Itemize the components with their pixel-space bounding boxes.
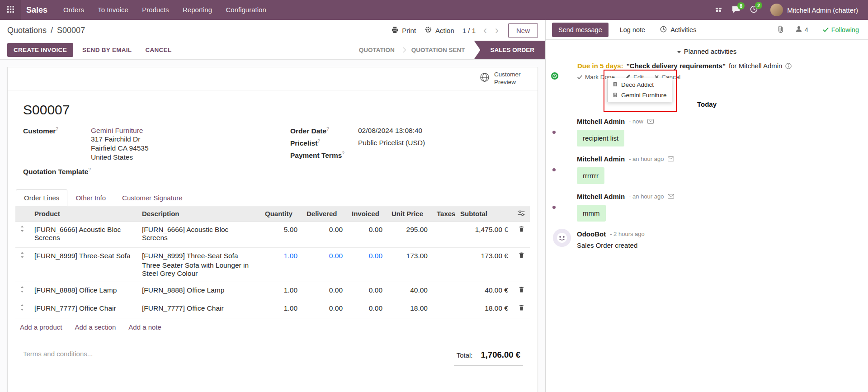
order-date-value[interactable]: 02/08/2024 13:08:40 [358,127,522,135]
planned-activities-toggle[interactable]: Planned activities [546,47,868,55]
cell-quantity[interactable]: 1.00 [260,300,302,318]
pager-previous-icon[interactable]: ‹ [483,25,487,36]
user-avatar [770,4,783,16]
user-menu[interactable]: Mitchell Admin (chatter) [768,3,861,17]
messages-systray-button[interactable]: 8 [732,6,740,14]
quotation-template-value[interactable] [91,167,274,176]
nav-menu-orders[interactable]: Orders [57,0,90,20]
cell-invoiced[interactable]: 0.00 [347,282,387,300]
cell-subtotal: 1,475.00 € [456,221,513,247]
pager-next-icon[interactable]: › [495,25,499,36]
add-note-link[interactable]: Add a note [128,323,161,331]
followers-button[interactable]: 4 [793,25,811,34]
breadcrumb-quotations-link[interactable]: Quotations [7,26,47,35]
cell-quantity[interactable]: 5.00 [260,221,302,247]
cell-unit-price[interactable]: 295.00 [387,221,432,247]
cell-description[interactable]: [FURN_8888] Office Lamp [137,282,260,300]
drag-handle-icon[interactable] [20,252,24,258]
dropdown-option-deco-addict[interactable]: Deco Addict [608,80,672,90]
log-note-button[interactable]: Log note [613,23,652,37]
tab-customer-signature[interactable]: Customer Signature [114,189,190,206]
optional-columns-icon[interactable] [518,210,525,216]
customer-preview-button[interactable]: Customer Preview [477,71,528,87]
cell-unit-price[interactable]: 18.00 [387,300,432,318]
page-title: S00007 [23,102,522,118]
cell-description[interactable]: [FURN_8999] Three-Seat SofaThree Seater … [137,247,260,282]
app-name[interactable]: Sales [26,5,47,15]
cell-taxes[interactable] [432,282,456,300]
cell-delivered[interactable]: 0.00 [302,247,347,282]
stage-quotation[interactable]: QUOTATION [350,41,404,59]
drag-handle-icon[interactable] [20,226,24,232]
message-item: Mitchell Admin - an hour ago rrrrrrr [546,149,868,187]
create-invoice-button[interactable]: CREATE INVOICE [7,43,73,57]
cell-taxes[interactable] [432,300,456,318]
field-help-marker: ? [342,151,344,156]
add-section-link[interactable]: Add a section [75,323,116,331]
order-date-label: Order Date? [290,127,358,135]
optional-columns-header [513,206,530,222]
terms-placeholder[interactable]: Terms and conditions... [16,350,93,358]
cell-delivered[interactable]: 0.00 [302,300,347,318]
info-icon[interactable] [785,63,792,69]
cell-unit-price[interactable]: 173.00 [387,247,432,282]
cell-description[interactable]: [FURN_6666] Acoustic Bloc Screens [137,221,260,247]
stage-sales-order[interactable]: SALES ORDER [474,41,545,59]
envelope-icon[interactable] [668,194,674,199]
drag-handle-icon[interactable] [20,304,24,311]
cell-product[interactable]: [FURN_7777] Office Chair [30,300,137,318]
tab-order-lines[interactable]: Order Lines [16,189,67,206]
send-by-email-button[interactable]: SEND BY EMAIL [78,43,136,57]
cell-product[interactable]: [FURN_8999] Three-Seat Sofa [30,247,137,282]
delete-row-icon[interactable] [519,226,524,232]
field-help-marker: ? [56,127,58,132]
following-button[interactable]: Following [820,26,862,34]
customer-value: Gemini Furniture 317 Fairchild Dr Fairfi… [91,127,274,162]
payment-terms-value[interactable] [358,151,522,160]
dropdown-option-gemini-furniture[interactable]: Gemini Furniture [608,90,672,100]
cancel-button[interactable]: CANCEL [141,43,176,57]
delete-row-icon[interactable] [519,304,524,311]
envelope-icon[interactable] [668,156,674,161]
field-grid: Customer? Gemini Furniture 317 Fairchild… [23,127,522,176]
drag-handle-icon[interactable] [20,286,24,293]
cell-delivered[interactable]: 0.00 [302,221,347,247]
cell-quantity[interactable]: 1.00 [260,247,302,282]
cell-quantity[interactable]: 1.00 [260,282,302,300]
cell-taxes[interactable] [432,247,456,282]
cell-invoiced[interactable]: 0.00 [347,247,387,282]
column-header-unit-price: Unit Price [387,206,432,222]
add-product-link[interactable]: Add a product [20,323,62,331]
column-header-subtotal: Subtotal [456,206,513,222]
pricelist-value[interactable]: Public Pricelist (USD) [358,139,522,147]
nav-menu-to-invoice[interactable]: To Invoice [92,0,134,20]
new-button[interactable]: New [508,23,538,38]
cell-description[interactable]: [FURN_7777] Office Chair [137,300,260,318]
nav-menu-reporting[interactable]: Reporting [177,0,218,20]
message-time: - 2 hours ago [610,231,645,237]
tab-other-info[interactable]: Other Info [67,189,114,206]
delete-row-icon[interactable] [519,286,524,293]
nav-menu-configuration[interactable]: Configuration [220,0,272,20]
print-button[interactable]: Print [391,25,417,36]
send-message-button[interactable]: Send message [552,23,609,37]
apps-menu-button[interactable] [0,0,21,20]
systray-extra-button[interactable] [715,6,722,14]
customer-link[interactable]: Gemini Furniture [91,127,143,134]
stage-quotation-sent[interactable]: QUOTATION SENT [402,41,474,59]
cell-invoiced[interactable]: 0.00 [347,300,387,318]
cell-invoiced[interactable]: 0.00 [347,221,387,247]
action-button[interactable]: Action [424,24,455,36]
cell-product[interactable]: [FURN_6666] Acoustic Bloc Screens [30,221,137,247]
activities-systray-button[interactable]: 2 [750,5,758,14]
apps-grid-icon [7,6,14,14]
attachments-button[interactable] [778,25,784,34]
envelope-icon[interactable] [647,119,654,124]
cell-taxes[interactable] [432,221,456,247]
nav-menu-products[interactable]: Products [136,0,175,20]
cell-delivered[interactable]: 0.00 [302,282,347,300]
cell-unit-price[interactable]: 40.00 [387,282,432,300]
activities-button[interactable]: Activities [653,22,703,38]
delete-row-icon[interactable] [519,252,524,259]
cell-product[interactable]: [FURN_8888] Office Lamp [30,282,137,300]
